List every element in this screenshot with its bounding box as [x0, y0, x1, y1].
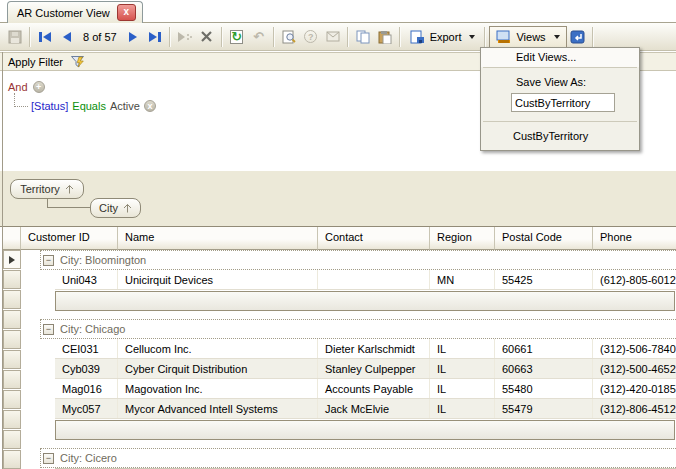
grid-cell[interactable]: Mag016: [55, 379, 118, 398]
group-row[interactable]: −City: Cicero: [40, 448, 676, 468]
grid-cell[interactable]: 55480: [495, 379, 593, 398]
reset-view-button[interactable]: [567, 26, 589, 48]
row-indicator-cell[interactable]: [3, 370, 21, 389]
grid-cell[interactable]: MN: [430, 270, 495, 289]
filter-condition[interactable]: [Status] Equals Active x: [31, 100, 156, 112]
table-row[interactable]: Mag016Magovation Inc.Accounts PayableIL5…: [55, 379, 676, 399]
add-condition-icon[interactable]: +: [33, 81, 45, 93]
collapse-group-icon[interactable]: −: [43, 324, 54, 335]
row-indicator-cell[interactable]: [3, 350, 21, 369]
filter-root-operator[interactable]: And: [8, 81, 28, 93]
column-header-phone[interactable]: Phone: [593, 227, 676, 250]
grid-cell[interactable]: Myc057: [55, 399, 118, 418]
grid-cell[interactable]: Magovation Inc.: [118, 379, 318, 398]
undo-icon: ↶: [253, 30, 264, 43]
grid-cell[interactable]: (312)-506-7840: [593, 339, 676, 358]
copy-button[interactable]: [352, 26, 374, 48]
grid-cell[interactable]: Accounts Payable: [318, 379, 430, 398]
last-record-button[interactable]: [144, 26, 166, 48]
grid-cell[interactable]: 55479: [495, 399, 593, 418]
row-indicator-cell[interactable]: [3, 290, 21, 309]
grid-cell[interactable]: Mycor Advanced Intell Systems: [118, 399, 318, 418]
grid-cell[interactable]: IL: [430, 359, 495, 378]
row-indicator-cell[interactable]: [3, 450, 21, 469]
grid-cell[interactable]: Uni043: [55, 270, 118, 289]
row-indicator-cell[interactable]: [3, 390, 21, 409]
grid-cell[interactable]: Cellucom Inc.: [118, 339, 318, 358]
table-row[interactable]: Cyb039Cyber Cirquit DistributionStanley …: [55, 359, 676, 379]
filter-condition-field[interactable]: [Status]: [31, 100, 68, 112]
grid-cell[interactable]: CEI031: [55, 339, 118, 358]
group-footer-row: [55, 420, 675, 440]
filter-icon[interactable]: [70, 55, 86, 69]
grid-cell[interactable]: (312)-420-0185: [593, 379, 676, 398]
filter-condition-value[interactable]: Active: [110, 100, 140, 112]
group-field-territory[interactable]: Territory: [10, 179, 84, 199]
filter-root-group[interactable]: And +: [8, 81, 45, 93]
export-dropdown-arrow-icon[interactable]: [469, 35, 475, 39]
help-button: ?: [300, 26, 322, 48]
first-record-icon: [38, 31, 52, 43]
grid-cell[interactable]: (312)-500-4652: [593, 359, 676, 378]
delete-record-button[interactable]: [196, 26, 218, 48]
column-header-region[interactable]: Region: [430, 227, 495, 250]
table-row[interactable]: Uni043Unicirquit DevicesMN55425(612)-805…: [55, 270, 676, 290]
grid-cell[interactable]: Stanley Culpepper: [318, 359, 430, 378]
view-name-input[interactable]: [511, 93, 615, 112]
views-icon: [496, 30, 511, 44]
print-preview-button[interactable]: [278, 26, 300, 48]
row-indicator-cell[interactable]: [3, 250, 21, 269]
row-indicator-cell[interactable]: [3, 270, 21, 289]
grid-cell[interactable]: IL: [430, 379, 495, 398]
refresh-button[interactable]: ↻: [226, 26, 248, 48]
tab-title: AR Customer View: [17, 7, 110, 19]
table-row[interactable]: Myc057Mycor Advanced Intell SystemsJack …: [55, 399, 676, 419]
grid-cell[interactable]: Unicirquit Devices: [118, 270, 318, 289]
views-dropdown-arrow-icon[interactable]: [554, 35, 560, 39]
row-indicator-cell[interactable]: [3, 410, 21, 429]
grid-cell[interactable]: Cyber Cirquit Distribution: [118, 359, 318, 378]
row-indicator-cell[interactable]: [3, 310, 21, 329]
save-button[interactable]: [4, 26, 26, 48]
grid-cell[interactable]: Jack McElvie: [318, 399, 430, 418]
previous-record-button[interactable]: [56, 26, 78, 48]
grid-cell[interactable]: [318, 270, 430, 289]
grid-cell[interactable]: Dieter Karlschmidt: [318, 339, 430, 358]
close-tab-icon[interactable]: x: [117, 4, 136, 21]
undo-button: ↶: [248, 26, 270, 48]
tab-ar-customer-view[interactable]: AR Customer View x: [7, 1, 143, 23]
grid-cell[interactable]: (312)-806-4512: [593, 399, 676, 418]
collapse-group-icon[interactable]: −: [43, 453, 54, 464]
group-row[interactable]: −City: Chicago: [40, 319, 676, 339]
remove-condition-icon[interactable]: x: [144, 100, 156, 112]
table-row[interactable]: CEI031Cellucom Inc.Dieter KarlschmidtIL6…: [55, 339, 676, 359]
column-header-customer-id[interactable]: Customer ID: [21, 227, 118, 250]
row-indicator-cell[interactable]: [3, 430, 21, 449]
toolbar-separator: [592, 27, 594, 47]
group-row[interactable]: −City: Bloomington: [40, 250, 676, 270]
menu-item-custbyterritory[interactable]: CustByTerritory: [481, 122, 639, 150]
grid-cell[interactable]: IL: [430, 339, 495, 358]
customer-grid: Customer ID Name Contact Region Postal C…: [0, 226, 676, 469]
grid-cell[interactable]: 60663: [495, 359, 593, 378]
column-header-name[interactable]: Name: [118, 227, 318, 250]
export-icon: [410, 30, 425, 44]
grid-cell[interactable]: 60661: [495, 339, 593, 358]
email-button: [322, 26, 344, 48]
paste-button[interactable]: [374, 26, 396, 48]
collapse-group-icon[interactable]: −: [43, 255, 54, 266]
group-field-city[interactable]: City: [90, 198, 141, 218]
filter-condition-operator[interactable]: Equals: [72, 100, 106, 112]
first-record-button[interactable]: [34, 26, 56, 48]
column-header-contact[interactable]: Contact: [318, 227, 430, 250]
grid-cell[interactable]: 55425: [495, 270, 593, 289]
export-button[interactable]: Export: [404, 26, 482, 48]
grid-cell[interactable]: (612)-805-6012: [593, 270, 676, 289]
column-header-postal-code[interactable]: Postal Code: [495, 227, 593, 250]
next-record-button[interactable]: [122, 26, 144, 48]
menu-item-edit-views[interactable]: Edit Views...: [481, 48, 639, 67]
views-button[interactable]: Views: [489, 26, 566, 48]
grid-cell[interactable]: Cyb039: [55, 359, 118, 378]
row-indicator-cell[interactable]: [3, 330, 21, 349]
grid-cell[interactable]: IL: [430, 399, 495, 418]
